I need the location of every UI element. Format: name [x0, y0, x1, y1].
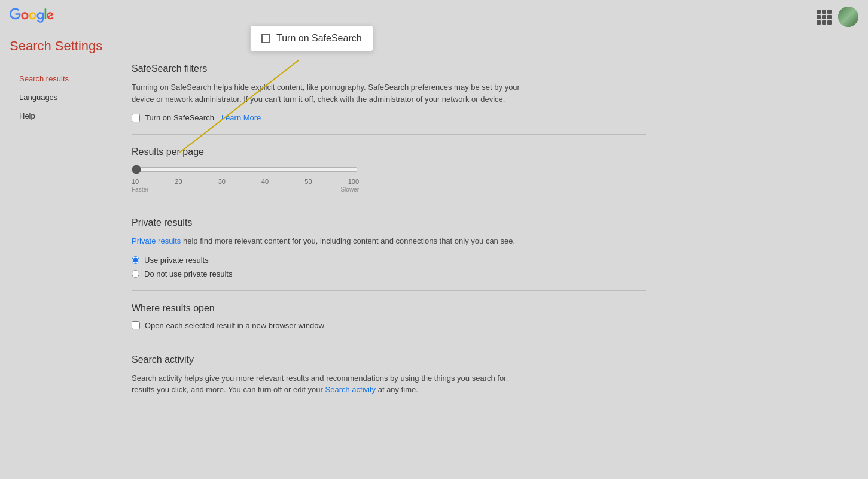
search-activity-section: Search activity Search activity helps gi… [132, 354, 646, 396]
where-results-open-title: Where results open [132, 303, 646, 314]
slower-label: Slower [340, 186, 359, 193]
safesearch-tooltip: Turn on SafeSearch [250, 25, 373, 51]
private-results-description: Private results help find more relevant … [132, 235, 526, 247]
private-results-section: Private results Private results help fin… [132, 217, 646, 278]
results-per-page-section: Results per page 10 20 30 40 50 100 Fast… [132, 147, 646, 193]
safesearch-title: SafeSearch filters [132, 63, 646, 74]
apps-icon[interactable] [817, 10, 831, 24]
open-new-window-label[interactable]: Open each selected result in a new brows… [145, 321, 324, 330]
tooltip-label: Turn on SafeSearch [276, 33, 362, 44]
tick-50: 50 [304, 178, 312, 185]
search-activity-desc-after: at any time. [378, 385, 418, 394]
tick-100: 100 [348, 178, 359, 185]
no-private-label[interactable]: Do not use private results [144, 269, 232, 278]
main-content: SafeSearch filters Turning on SafeSearch… [120, 63, 658, 477]
google-logo[interactable] [10, 8, 54, 26]
safesearch-checkbox-row: Turn on SafeSearch Learn More [132, 113, 646, 122]
header [0, 0, 868, 34]
tooltip-checkbox-icon [261, 34, 270, 43]
divider-4 [132, 342, 646, 342]
sidebar-item-languages[interactable]: Languages [0, 88, 120, 107]
search-activity-link[interactable]: Search activity [325, 385, 376, 394]
results-per-page-slider[interactable] [132, 165, 359, 174]
layout: Search results Languages Help SafeSearch… [0, 63, 868, 477]
faster-label: Faster [132, 186, 148, 193]
header-right [817, 7, 858, 27]
safesearch-description: Turning on SafeSearch helps hide explici… [132, 81, 526, 105]
safesearch-checkbox-label[interactable]: Turn on SafeSearch [145, 113, 214, 122]
results-per-page-title: Results per page [132, 147, 646, 157]
no-private-radio[interactable] [132, 270, 139, 278]
sidebar-item-search-results[interactable]: Search results [0, 69, 120, 88]
private-results-title: Private results [132, 217, 646, 228]
divider-1 [132, 134, 646, 135]
learn-more-link[interactable]: Learn More [221, 113, 261, 122]
private-results-link[interactable]: Private results [132, 237, 181, 245]
use-private-label[interactable]: Use private results [144, 256, 209, 265]
avatar[interactable] [838, 7, 858, 27]
tick-20: 20 [175, 178, 182, 185]
search-activity-desc-before: Search activity helps give you more rele… [132, 374, 508, 395]
use-private-radio[interactable] [132, 256, 139, 264]
open-new-window-checkbox[interactable] [132, 321, 140, 329]
sidebar-item-help[interactable]: Help [0, 107, 120, 125]
slider-container: 10 20 30 40 50 100 Faster Slower [132, 165, 359, 193]
tick-30: 30 [218, 178, 226, 185]
no-private-radio-row: Do not use private results [132, 269, 646, 278]
where-results-open-section: Where results open Open each selected re… [132, 303, 646, 330]
slider-speed-labels: Faster Slower [132, 186, 359, 193]
use-private-radio-row: Use private results [132, 256, 646, 265]
divider-2 [132, 205, 646, 205]
search-activity-title: Search activity [132, 354, 646, 365]
avatar-image [838, 7, 858, 27]
page-title: Search Settings [10, 38, 858, 54]
open-new-window-checkbox-row: Open each selected result in a new brows… [132, 321, 646, 330]
tick-40: 40 [261, 178, 269, 185]
slider-tick-labels: 10 20 30 40 50 100 [132, 178, 359, 185]
private-results-desc-text: help find more relevant content for you,… [183, 237, 515, 245]
divider-3 [132, 290, 646, 291]
safesearch-checkbox[interactable] [132, 114, 140, 122]
safesearch-section: SafeSearch filters Turning on SafeSearch… [132, 63, 646, 122]
tick-10: 10 [132, 178, 139, 185]
search-activity-description: Search activity helps give you more rele… [132, 372, 526, 396]
sidebar: Search results Languages Help [0, 63, 120, 477]
page-title-bar: Search Settings [0, 34, 868, 63]
